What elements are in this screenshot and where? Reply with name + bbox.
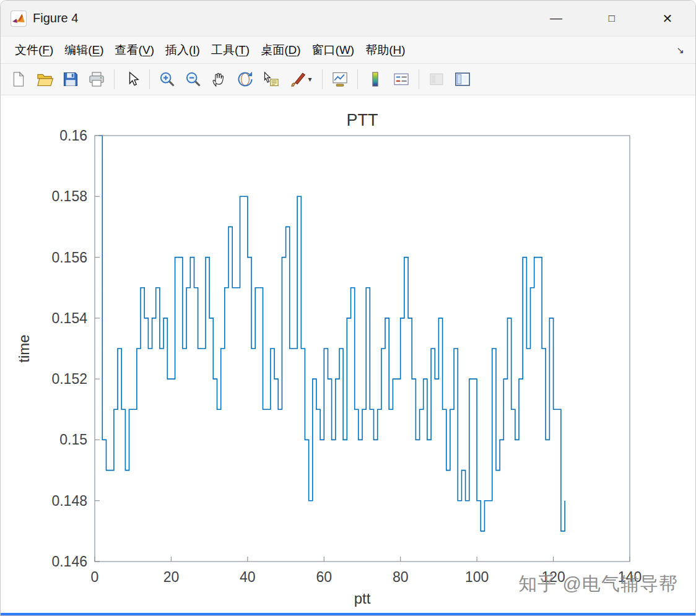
zoom-in-icon — [159, 71, 176, 88]
zoom-out-icon — [185, 71, 202, 88]
new-document-icon — [10, 71, 27, 88]
brush-data-button[interactable]: ▾ — [284, 66, 318, 92]
print-icon — [88, 71, 105, 88]
show-plot-tools-button[interactable] — [450, 66, 476, 92]
x-tick-label: 40 — [240, 569, 256, 585]
menu-edit[interactable]: 编辑(E) — [59, 40, 109, 61]
matlab-icon — [11, 11, 27, 27]
title-bar[interactable]: Figure 4 — □ ✕ — [1, 1, 695, 36]
menu-bar: 文件(F)编辑(E)查看(V)插入(I)工具(T)桌面(D)窗口(W)帮助(H)… — [1, 36, 695, 63]
plot-svg: 0204060801001201400.1460.1480.150.1520.1… — [1, 95, 696, 613]
toolbar-separator — [149, 69, 150, 89]
toolbar-separator — [322, 69, 323, 89]
save-figure-button[interactable] — [58, 66, 84, 92]
menu-view[interactable]: 查看(V) — [110, 40, 160, 61]
x-axis-label: ptt — [354, 590, 371, 607]
toolbar: ▾ — [1, 63, 695, 95]
colorbar-icon — [367, 71, 384, 88]
bottom-strip — [1, 613, 695, 616]
menu-help[interactable]: 帮助(H) — [360, 40, 411, 61]
x-tick-label: 0 — [91, 569, 99, 585]
data-cursor-icon — [263, 71, 280, 88]
new-figure-button[interactable] — [6, 66, 32, 92]
zoom-in-button[interactable] — [154, 66, 180, 92]
insert-legend-button[interactable] — [388, 66, 414, 92]
window-title: Figure 4 — [33, 11, 78, 25]
menu-tools[interactable]: 工具(T) — [206, 40, 255, 61]
pan-hand-icon — [211, 71, 228, 88]
close-button[interactable]: ✕ — [640, 1, 695, 36]
open-file-button[interactable] — [32, 66, 58, 92]
figure-area: 0204060801001201400.1460.1480.150.1520.1… — [1, 95, 695, 613]
open-folder-icon — [36, 71, 53, 88]
y-tick-label: 0.152 — [51, 371, 87, 387]
toolbar-separator — [357, 69, 358, 89]
hide-plot-tools-button[interactable] — [424, 66, 450, 92]
x-tick-label: 100 — [465, 569, 489, 585]
menu-file[interactable]: 文件(F) — [9, 40, 59, 61]
menu-insert[interactable]: 插入(I) — [160, 40, 206, 61]
menu-window[interactable]: 窗口(W) — [307, 40, 360, 61]
link-plot-button[interactable] — [327, 66, 353, 92]
zoom-out-button[interactable] — [180, 66, 206, 92]
brush-dropdown-caret[interactable]: ▾ — [308, 75, 311, 84]
brush-icon — [290, 71, 307, 88]
x-tick-label: 60 — [316, 569, 332, 585]
y-tick-label: 0.156 — [51, 249, 87, 266]
toolbar-separator — [114, 69, 115, 89]
hide-plot-tools-icon — [428, 71, 445, 88]
data-cursor-button[interactable] — [258, 66, 284, 92]
plot-title: PTT — [347, 111, 378, 129]
pan-button[interactable] — [206, 66, 232, 92]
y-tick-label: 0.154 — [51, 310, 87, 326]
rotate-3d-icon — [237, 71, 254, 88]
watermark: 知乎 @电气辅导帮 — [518, 571, 678, 597]
maximize-button[interactable]: □ — [584, 1, 640, 36]
rotate-3d-button[interactable] — [232, 66, 258, 92]
y-tick-label: 0.16 — [59, 128, 87, 144]
menu-items: 文件(F)编辑(E)查看(V)插入(I)工具(T)桌面(D)窗口(W)帮助(H) — [9, 40, 411, 61]
legend-icon — [393, 71, 410, 88]
x-tick-label: 80 — [393, 569, 409, 585]
window-controls: — □ ✕ — [528, 1, 695, 36]
print-figure-button[interactable] — [84, 66, 110, 92]
y-tick-label: 0.158 — [51, 188, 87, 204]
minimize-button[interactable]: — — [528, 1, 584, 36]
y-axis-label: time — [15, 334, 32, 362]
save-icon — [62, 71, 79, 88]
menu-desktop[interactable]: 桌面(D) — [255, 40, 306, 61]
dock-figure-arrow[interactable]: ↘ — [676, 45, 687, 56]
y-tick-label: 0.146 — [51, 553, 87, 570]
y-tick-label: 0.15 — [59, 432, 87, 448]
insert-colorbar-button[interactable] — [362, 66, 388, 92]
figure-window: Figure 4 — □ ✕ 文件(F)编辑(E)查看(V)插入(I)工具(T)… — [0, 0, 696, 616]
link-plot-icon — [331, 71, 349, 88]
pointer-icon — [123, 71, 141, 88]
x-tick-label: 20 — [163, 569, 180, 585]
toolbar-separator — [419, 69, 419, 89]
show-plot-tools-icon — [454, 71, 471, 88]
y-tick-label: 0.148 — [51, 493, 87, 509]
edit-plot-button[interactable] — [119, 66, 145, 92]
